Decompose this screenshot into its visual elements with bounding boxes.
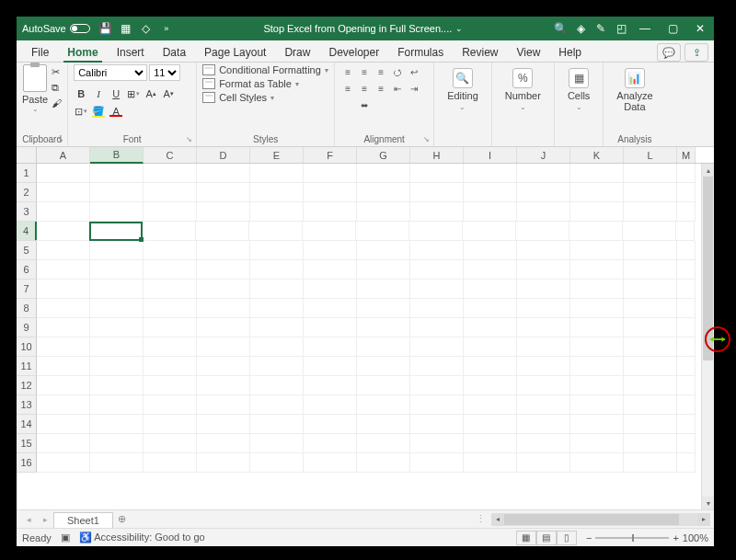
- cell[interactable]: [37, 299, 90, 318]
- cell[interactable]: [197, 183, 250, 202]
- cell[interactable]: [624, 337, 677, 357]
- select-all-corner[interactable]: [17, 147, 37, 163]
- col-header-E[interactable]: E: [250, 147, 304, 163]
- cell[interactable]: [90, 434, 144, 453]
- horizontal-scrollbar[interactable]: ◂ ▸: [491, 513, 710, 526]
- cell[interactable]: [90, 337, 144, 357]
- cell[interactable]: [250, 337, 304, 357]
- row-header-12[interactable]: 12: [17, 376, 37, 395]
- cell[interactable]: [464, 415, 517, 434]
- cell[interactable]: [37, 318, 90, 337]
- cell[interactable]: [357, 260, 410, 280]
- close-button[interactable]: ✕: [686, 18, 714, 39]
- cell[interactable]: [409, 222, 463, 241]
- align-top-icon[interactable]: ≡: [340, 64, 355, 79]
- cell[interactable]: [90, 183, 144, 202]
- font-color-button[interactable]: A: [109, 104, 123, 119]
- copy-icon[interactable]: ⧉: [52, 82, 62, 94]
- col-header-L[interactable]: L: [624, 147, 677, 163]
- cell[interactable]: [250, 318, 304, 337]
- col-header-C[interactable]: C: [144, 147, 197, 163]
- cell[interactable]: [304, 164, 357, 183]
- cell[interactable]: [143, 222, 196, 241]
- cell[interactable]: [144, 357, 197, 376]
- cell[interactable]: [357, 434, 410, 453]
- cell[interactable]: [304, 434, 357, 453]
- cut-icon[interactable]: ✂: [52, 66, 62, 78]
- merge-icon[interactable]: ⬌: [340, 97, 388, 112]
- cell[interactable]: [623, 222, 676, 241]
- cell[interactable]: [250, 434, 304, 453]
- cell[interactable]: [517, 280, 570, 299]
- cell[interactable]: [90, 241, 144, 260]
- cell[interactable]: [677, 434, 696, 453]
- cell[interactable]: [304, 453, 357, 473]
- accessibility-status[interactable]: ♿ Accessibility: Good to go: [79, 531, 205, 543]
- cell[interactable]: [197, 280, 250, 299]
- cell[interactable]: [357, 318, 410, 337]
- row-header-4[interactable]: 4: [17, 222, 37, 241]
- cell[interactable]: [304, 337, 357, 357]
- hscroll-thumb[interactable]: [504, 514, 679, 525]
- col-header-M[interactable]: M: [677, 147, 696, 163]
- cell[interactable]: [410, 453, 464, 473]
- cell[interactable]: [677, 164, 696, 183]
- normal-view-icon[interactable]: ▦: [516, 531, 536, 545]
- cell[interactable]: [570, 337, 624, 357]
- row-header-13[interactable]: 13: [17, 395, 37, 415]
- cell[interactable]: [677, 280, 696, 299]
- cell[interactable]: [464, 299, 517, 318]
- tab-insert[interactable]: Insert: [108, 42, 154, 62]
- scroll-down-icon[interactable]: ▾: [702, 497, 714, 509]
- sheet-tab-sheet1[interactable]: Sheet1: [53, 512, 113, 528]
- cell[interactable]: [464, 395, 517, 415]
- cell[interactable]: [144, 318, 197, 337]
- cell[interactable]: [37, 241, 90, 260]
- cell[interactable]: [624, 183, 677, 202]
- row-header-14[interactable]: 14: [17, 415, 37, 434]
- cell[interactable]: [144, 183, 197, 202]
- cell[interactable]: [90, 299, 144, 318]
- cell[interactable]: [304, 357, 357, 376]
- cell[interactable]: [677, 241, 696, 260]
- cell[interactable]: [90, 376, 144, 395]
- cell[interactable]: [410, 280, 464, 299]
- cell[interactable]: [250, 202, 304, 222]
- row-header-9[interactable]: 9: [17, 318, 37, 337]
- cell[interactable]: [517, 318, 570, 337]
- cell[interactable]: [303, 222, 356, 241]
- cell[interactable]: [37, 395, 90, 415]
- cell[interactable]: [36, 222, 89, 241]
- cell[interactable]: [89, 222, 143, 241]
- macro-record-icon[interactable]: ▣: [61, 531, 70, 543]
- align-bottom-icon[interactable]: ≡: [374, 64, 388, 79]
- cell[interactable]: [144, 260, 197, 280]
- cell[interactable]: [624, 318, 677, 337]
- cell[interactable]: [569, 222, 623, 241]
- col-header-G[interactable]: G: [357, 147, 410, 163]
- tab-view[interactable]: View: [508, 42, 550, 62]
- cell[interactable]: [304, 202, 357, 222]
- cell[interactable]: [677, 318, 696, 337]
- cell[interactable]: [464, 376, 517, 395]
- page-break-view-icon[interactable]: ▯: [557, 531, 577, 545]
- cell[interactable]: [144, 299, 197, 318]
- cell[interactable]: [410, 260, 464, 280]
- cell[interactable]: [464, 357, 517, 376]
- cell[interactable]: [37, 280, 90, 299]
- cell[interactable]: [356, 222, 409, 241]
- cell[interactable]: [570, 376, 624, 395]
- cell[interactable]: [570, 357, 624, 376]
- more-qat-icon[interactable]: »: [156, 18, 177, 39]
- maximize-button[interactable]: ▢: [659, 18, 686, 39]
- cell[interactable]: [250, 357, 304, 376]
- cell[interactable]: [570, 280, 624, 299]
- cell[interactable]: [410, 395, 464, 415]
- cell[interactable]: [464, 164, 517, 183]
- row-header-8[interactable]: 8: [17, 299, 37, 318]
- cell[interactable]: [410, 415, 464, 434]
- cell[interactable]: [37, 260, 90, 280]
- format-painter-icon[interactable]: 🖌: [52, 97, 62, 109]
- scroll-right-icon[interactable]: ▸: [697, 513, 710, 526]
- tab-data[interactable]: Data: [154, 42, 195, 62]
